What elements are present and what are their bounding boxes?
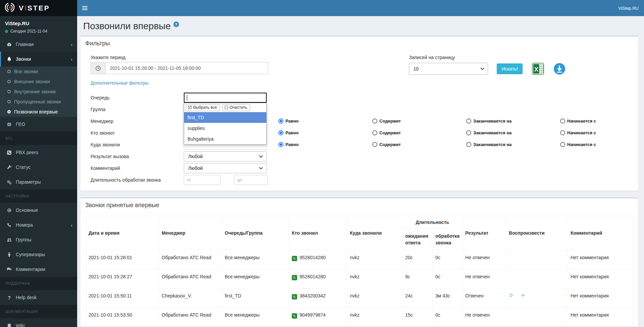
dropdown-option-buhgalteriya[interactable]: Buhgalteriya [184,134,266,144]
cell-result: Отвечен [463,288,506,308]
search-button[interactable]: Искать! [497,63,523,74]
add-icon[interactable] [521,293,526,298]
checkbox-checked-icon [188,106,192,109]
more-filters-link[interactable]: Дополнительные фильтры [91,80,149,86]
select-all-button[interactable]: Выбрать все [186,104,220,111]
per-page-select[interactable]: 10 [409,63,488,75]
cell-manager: Обработано АТС Read [159,250,222,269]
radio-icon [560,119,565,124]
sidebar-item-supervizory[interactable]: Супервизоры [0,247,77,262]
circle-icon [7,110,11,113]
col-header-duration: Длительность [402,216,463,229]
sidebar-item-pozvonili-vpervye[interactable]: Позвонили впервые [0,107,77,117]
chevron-down-icon [259,154,263,157]
radio-ravno[interactable]: Равно [278,119,372,124]
call-result-select[interactable]: Любой [184,151,267,161]
chevron-left-icon: ‹ [71,56,72,62]
sidebar-item-parametry[interactable]: Параметры [0,175,77,189]
radio-soderzhit[interactable]: Содержит [372,119,466,124]
radio-nachinaetsya[interactable]: Начинается с [560,130,644,135]
radio-icon [278,119,283,124]
sidebar-item-gruppy[interactable]: Группы [0,232,77,247]
sidebar-toggle-button[interactable] [77,0,93,16]
phone-square-icon [6,150,12,155]
col-header-queue: Очередь/Группа [222,216,289,250]
sidebar-item-vnutrennie-zvonki[interactable]: Внутренние звонки [0,87,77,97]
chevron-left-icon: ‹ [71,222,72,228]
radio-zakanchivaetsya[interactable]: Заканчивается на [466,119,560,124]
radio-nachinaetsya[interactable]: Начинается с [560,142,644,147]
cell-play [506,250,568,269]
sidebar-item-status[interactable]: Статус [0,160,77,175]
section-header-nastroyki: НАСТРОЙКИ [0,189,77,203]
sidebar-item-osnovnye[interactable]: Основные [0,203,77,218]
cell-result: Не отвечен [463,308,506,327]
duration-to-input[interactable] [234,175,268,185]
sidebar-item-vneshnie-zvonki[interactable]: Внешние звонки [0,77,77,87]
download-button[interactable] [553,63,566,75]
dashboard-icon [6,42,12,47]
online-dot-icon [5,30,8,33]
queue-input[interactable] [184,93,267,103]
circle-icon [7,90,11,93]
radio-icon [560,130,565,135]
play-record-icon[interactable] [509,293,514,298]
col-header-caller: Кто звонил [289,216,347,250]
radio-icon [278,142,283,147]
cell-wait: 15с [402,308,433,327]
radio-soderzhit[interactable]: Содержит [372,142,466,147]
help-icon[interactable]: ? [173,21,179,27]
sidebar-item-wiki[interactable]: Wiki [0,318,77,327]
sidebar-item-glavnaya[interactable]: Главная ‹ [0,37,77,52]
clock-icon [91,62,105,74]
topbar: ViStep.RU [77,0,644,16]
radio-icon [372,119,377,124]
cell-comment: Нет комментария [568,288,633,308]
sidebar-item-pbx-peers[interactable]: PBX peers [0,145,77,160]
sidebar-item-geo[interactable]: ГЕО [0,117,77,132]
period-input[interactable] [105,62,268,74]
dropdown-option-first-td[interactable]: first_TD [184,112,266,123]
filter-label-rezultat: Результат вызова [91,154,184,159]
vistep-logo-icon [4,2,15,14]
sidebar-item-vse-zvonki[interactable]: Все звонки [0,66,77,77]
sidebar-item-propushchennye-zvonki[interactable]: Пропущенные звонки [0,97,77,107]
cell-manager: Chepkasov_V. [159,288,222,308]
sidebar-item-kommentarii[interactable]: Комментарии [0,262,77,277]
filter-label-gruppa: Группа [91,107,184,112]
cell-queue: Все менеджеры [222,308,289,327]
cell-datetime: 2021-10-01 15:50:11 [86,288,159,308]
circle-icon [7,70,11,73]
radio-icon [372,142,377,147]
cell-comment: Нет комментария [568,250,633,269]
sidebar-item-help-desk[interactable]: ? Help desk [0,290,77,305]
comment-select[interactable]: Любой [184,163,267,173]
clear-button[interactable]: Очистить [222,104,250,111]
radio-icon [466,130,471,135]
chevron-down-icon [259,166,263,169]
sidebar-item-zvonki[interactable]: Звонки ‹ [0,52,77,66]
radio-soderzhit[interactable]: Содержит [372,130,466,135]
gear-icon [6,208,12,213]
excel-export-icon[interactable]: X [531,62,545,76]
radio-zakanchivaetsya[interactable]: Заканчивается на [466,142,560,147]
per-page-label: Записей на страницу [409,55,566,60]
col-header-wait: ожидания ответа [402,229,433,250]
radio-nachinaetsya[interactable]: Начинается с [560,119,644,124]
sidebar-item-nomera[interactable]: Номера ‹ [0,218,77,232]
phone-icon [292,313,297,319]
filters-box-title: Фильтры [80,37,638,51]
checkbox-icon [225,106,228,109]
radio-ravno[interactable]: Равно [278,142,372,147]
per-page-group: Записей на страницу 10 Искать! [409,55,566,76]
cell-callee: nvkz [347,308,402,327]
question-icon: ? [6,295,12,300]
duration-from-input[interactable] [184,175,221,185]
radio-ravno[interactable]: Равно [278,130,372,135]
filters-box: Фильтры Укажите период Записей на стран [80,36,638,191]
topbar-brand-link[interactable]: ViStep.RU [619,6,644,11]
circle-icon [7,80,11,83]
logo[interactable]: VISTEP [0,0,77,16]
radio-zakanchivaetsya[interactable]: Заканчивается на [466,130,560,135]
dropdown-option-supplies[interactable]: supplies [184,123,266,134]
